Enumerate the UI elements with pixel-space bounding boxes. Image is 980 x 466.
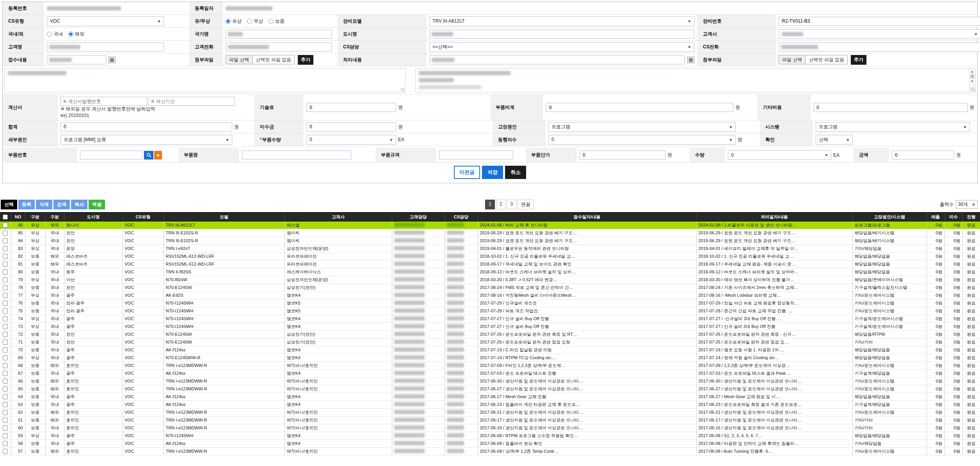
process-date-input[interactable] xyxy=(429,55,685,64)
row-checkbox[interactable] xyxy=(3,223,8,228)
row-checkbox[interactable] xyxy=(3,285,8,290)
col-cs-type[interactable]: CS유형 xyxy=(123,213,164,221)
select-button[interactable]: 선택 xyxy=(1,200,17,209)
row-checkbox[interactable] xyxy=(3,324,8,329)
row-checkbox[interactable] xyxy=(3,293,8,298)
page-last-button[interactable]: 맨끝 xyxy=(518,200,534,209)
add-part-icon[interactable]: + xyxy=(154,151,162,159)
row-checkbox[interactable] xyxy=(3,449,8,454)
col-customer-manager[interactable]: 고객담당 xyxy=(392,213,445,221)
col-sales[interactable]: 매출 xyxy=(927,213,944,221)
table-row[interactable]: 72보증국내천안VOCN70-E124SW삼성전기(천안)2017-07-26 … xyxy=(0,330,980,338)
unpaid-input[interactable] xyxy=(306,122,396,131)
amount-input[interactable] xyxy=(892,151,954,159)
col-model[interactable]: 모델 xyxy=(164,213,285,221)
customer-select[interactable]: ∨ xyxy=(779,29,980,39)
delete-button[interactable]: 삭제 xyxy=(36,200,52,209)
search-icon[interactable] xyxy=(144,151,153,159)
table-row[interactable]: 85무상국내천안VOCTRN III-E102S-R엠이씨2019-06-29 … xyxy=(0,229,980,237)
calendar-icon[interactable]: ▦ xyxy=(687,57,694,63)
cs-type-select[interactable]: VOC∨ xyxy=(47,16,164,26)
row-checkbox[interactable] xyxy=(3,425,8,431)
cs-manager-select[interactable]: ==선택==∨ xyxy=(429,42,694,52)
table-row[interactable]: 74무상국내광주VOCN70-I124SWH앰코K42017-07-27 / 신… xyxy=(0,315,980,322)
file-input-1[interactable]: 파일 선택 선택된 파일 없음 xyxy=(226,55,295,64)
row-checkbox[interactable] xyxy=(3,262,8,267)
row-checkbox[interactable] xyxy=(3,386,8,392)
city-input[interactable] xyxy=(429,30,694,39)
qty-select[interactable]: 0∨ xyxy=(728,150,831,160)
part-name-input[interactable] xyxy=(242,151,351,159)
table-row[interactable]: 83유상국내온양VOCTRN I-e92sT삼성전자반도체(온양)2019-04… xyxy=(0,245,980,252)
table-row[interactable]: 60보증국내호치민VOCTRN I-e123MDWW-R매직비나/호치민2017… xyxy=(0,424,980,432)
radio-domestic[interactable] xyxy=(47,32,52,37)
credit-period-input[interactable] xyxy=(148,97,235,106)
country-input[interactable] xyxy=(226,30,332,39)
row-checkbox[interactable] xyxy=(3,340,8,345)
row-checkbox[interactable] xyxy=(3,410,8,415)
file-input-2[interactable]: 파일 선택 선택된 파일 없음 xyxy=(779,55,848,64)
table-row[interactable]: 64보증국내광주VOCAK-f124ss앰코K42017-06-27 / Mes… xyxy=(0,393,980,400)
col-city[interactable]: 도시명 xyxy=(64,213,123,221)
confirm-select[interactable]: 선택∨ xyxy=(816,135,853,145)
output-count-select[interactable]: 30개∨ xyxy=(956,200,978,209)
register-button[interactable]: 등록 xyxy=(18,200,35,209)
radio-free[interactable] xyxy=(247,19,252,24)
part-price-input[interactable] xyxy=(580,151,665,159)
table-row[interactable]: 82보증해외레스코바츠VOCRSV152ML-612-WD-LRF유라코퍼레이션… xyxy=(0,252,980,260)
equip-model-select[interactable]: TRV III-A612LT∨ xyxy=(429,16,694,26)
scroll-down-icon[interactable]: ▼ xyxy=(971,79,974,84)
table-row[interactable]: 79무상국내아산VOCN70-f82sW삼성전자반도체(온양)2018-03-3… xyxy=(0,276,980,283)
excel-button[interactable]: 엑셀 xyxy=(89,200,105,209)
radio-warranty[interactable] xyxy=(269,19,274,24)
row-checkbox[interactable] xyxy=(3,433,8,438)
save-button[interactable]: 저장 xyxy=(482,166,503,179)
table-row[interactable]: 86유상해외첸나이VOCTRV III-A612LT에스엘2024-01-08 … xyxy=(0,221,980,229)
table-row[interactable]: 78보증국내천안VOCN70-E124SW삼성전기(천안)2017-08-24 … xyxy=(0,283,980,291)
table-row[interactable]: 67보증국내광주VOCAK-f124ss앰코K42017-07-03 / 온도 … xyxy=(0,369,980,377)
parts-total-input[interactable] xyxy=(546,103,733,112)
part-no-input[interactable] xyxy=(80,151,142,159)
select-all-checkbox[interactable] xyxy=(3,214,8,220)
table-row[interactable]: 71보증국내천안VOCN70-E124SW삼성전기(천안)2017-07-25 … xyxy=(0,338,980,346)
page-3-button[interactable]: 3 xyxy=(507,200,516,209)
copy-button[interactable]: 복사 xyxy=(71,200,87,209)
row-checkbox[interactable] xyxy=(3,418,8,423)
customer-phone-input[interactable] xyxy=(226,43,332,51)
row-checkbox[interactable] xyxy=(3,371,8,376)
table-row[interactable]: 70보증국내광주VOCAK-f124ss앰코K42017-07-19 / C 라… xyxy=(0,346,980,354)
resize-handle-icon[interactable] xyxy=(401,88,405,92)
scroll-up-icon[interactable]: ▲ xyxy=(971,69,974,74)
table-row[interactable]: 62보증해외호치민VOCTRN I-e123MDWW-R매직비나/호치민2017… xyxy=(0,408,980,416)
etc-cost-input[interactable] xyxy=(813,103,968,112)
cancel-button[interactable]: 취소 xyxy=(505,166,526,179)
col-customer[interactable]: 고객사 xyxy=(285,213,392,221)
row-checkbox[interactable] xyxy=(3,277,8,282)
row-checkbox[interactable] xyxy=(3,402,8,407)
cs-phone-input[interactable] xyxy=(779,43,980,51)
row-checkbox[interactable] xyxy=(3,308,8,314)
row-checkbox[interactable] xyxy=(3,246,8,251)
companions-select[interactable]: 0∨ xyxy=(548,135,736,145)
col-cs-manager[interactable]: CS담당 xyxy=(445,213,478,221)
table-row[interactable]: 84무상국내천안VOCTRN III-E102S-R엠이씨2019-06-29 … xyxy=(0,237,980,245)
table-row[interactable]: 66보증해외호치민VOCTRN I-e123MDWW-R매직비나/호치민2017… xyxy=(0,377,980,385)
table-row[interactable]: 65보증해외호치민VOCTRN I-e123MDWW-R매직비나/호치민2017… xyxy=(0,385,980,393)
row-checkbox[interactable] xyxy=(3,347,8,353)
receipt-date-input[interactable] xyxy=(47,55,106,64)
row-checkbox[interactable] xyxy=(3,238,8,243)
calendar-icon[interactable]: ▦ xyxy=(108,57,116,63)
part-spec-input[interactable] xyxy=(439,151,513,159)
col-gubun2[interactable]: 구분 xyxy=(45,213,64,221)
table-row[interactable]: 68보증해외호치민VOCTRN I-e123MDWW-R매직비나/호치민2017… xyxy=(0,361,980,369)
col-unpaid[interactable]: 미수 xyxy=(944,213,962,221)
radio-overseas[interactable] xyxy=(68,32,73,37)
table-row[interactable]: 58보증국내광주VOCAK-f124ss앰코K42017-06-08 / 칩플라… xyxy=(0,439,980,447)
col-gubun1[interactable]: 구분 xyxy=(25,213,45,221)
row-checkbox[interactable] xyxy=(3,332,8,337)
page-2-button[interactable]: 2 xyxy=(496,200,506,209)
row-checkbox[interactable] xyxy=(3,301,8,306)
file-add-button-2[interactable]: 추가 xyxy=(851,55,866,65)
sub-cause-select[interactable]: 프로그램 [MMI] 오류∨ xyxy=(60,135,232,145)
col-receipt[interactable]: 접수일자/내용 xyxy=(478,213,696,221)
